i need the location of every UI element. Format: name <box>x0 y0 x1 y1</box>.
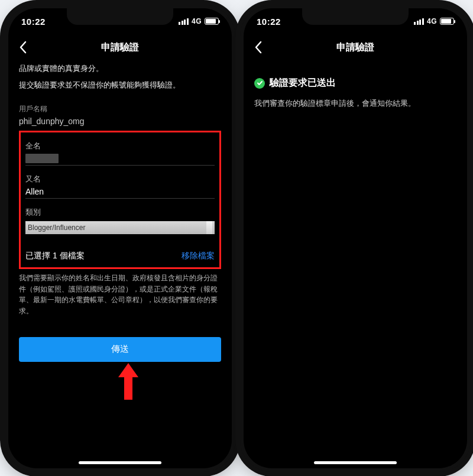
status-time: 10:22 <box>257 17 281 27</box>
phone-frame-left: 10:22 4G 申請驗證 品牌或實體的真實身分。 提交驗證要求並不保證你的帳號… <box>5 5 235 472</box>
success-title: 驗證要求已送出 <box>270 77 336 89</box>
nav-bar: 申請驗證 <box>244 34 467 60</box>
battery-icon <box>440 18 454 25</box>
status-time: 10:22 <box>21 17 46 27</box>
back-button[interactable] <box>14 38 32 56</box>
back-button[interactable] <box>250 38 267 56</box>
signal-icon <box>179 18 189 25</box>
category-select[interactable]: Blogger/Influencer <box>25 221 215 234</box>
highlighted-form-area: 全名 又名 Allen 類別 Blogger/Influencer 已選擇 1 … <box>19 131 221 269</box>
redacted-name <box>25 154 59 163</box>
file-remove-button[interactable]: 移除檔案 <box>182 251 215 261</box>
success-body: 我們審查你的驗證標章申請後，會通知你結果。 <box>254 98 456 109</box>
check-circle-icon <box>254 78 265 89</box>
category-label: 類別 <box>25 207 215 218</box>
chevron-left-icon <box>19 41 27 54</box>
fullname-input[interactable] <box>25 154 215 166</box>
signal-label: 4G <box>427 17 437 25</box>
intro-text-2: 提交驗證要求並不保證你的帳號能夠獲得驗證。 <box>19 79 221 91</box>
submit-button[interactable]: 傳送 <box>19 337 221 362</box>
notch <box>302 8 409 25</box>
submit-label: 傳送 <box>111 344 129 355</box>
fullname-label: 全名 <box>25 141 215 151</box>
chevron-left-icon <box>254 41 263 54</box>
category-value: Blogger/Influencer <box>28 224 85 232</box>
intro-text-1: 品牌或實體的真實身分。 <box>19 63 221 75</box>
annotation-arrow <box>116 361 141 402</box>
aka-label: 又名 <box>25 174 215 184</box>
aka-input[interactable]: Allen <box>25 187 215 199</box>
file-selected-label: 已選擇 1 個檔案 <box>25 251 85 261</box>
battery-icon <box>205 18 219 25</box>
username-value: phil_dunphy_omg <box>19 116 221 126</box>
username-label: 用戶名稱 <box>19 104 221 114</box>
nav-title: 申請驗證 <box>101 41 139 54</box>
notch <box>67 8 173 25</box>
home-indicator[interactable] <box>79 461 161 464</box>
description-text: 我們需要顯示你的姓名和出生日期、政府核發且含相片的身分證件（例如駕照、護照或國民… <box>19 273 221 316</box>
signal-icon <box>414 18 424 25</box>
home-indicator[interactable] <box>314 461 397 464</box>
nav-bar: 申請驗證 <box>8 34 232 60</box>
phone-frame-right: 10:22 4G 申請驗證 驗證要求已送出 我們審查你的驗證標章申請後，會通知你… <box>240 5 471 472</box>
signal-label: 4G <box>192 17 202 25</box>
nav-title: 申請驗證 <box>336 41 374 54</box>
